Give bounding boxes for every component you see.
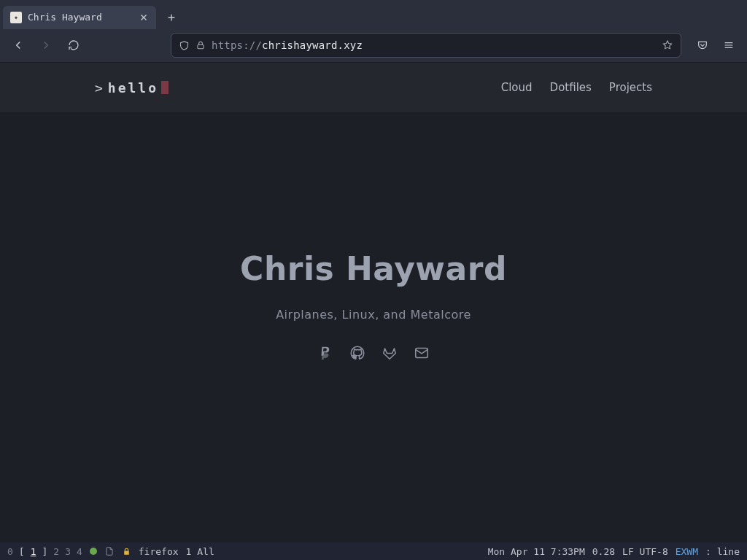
lock-icon[interactable]: [196, 40, 206, 50]
workspace-3[interactable]: 3: [65, 546, 71, 557]
email-icon[interactable]: [414, 345, 430, 361]
tagline: Airplanes, Linux, and Metalcore: [276, 308, 471, 322]
hero-section: Chris Hayward Airplanes, Linux, and Meta…: [0, 90, 747, 521]
url-text: https://chrishayward.xyz: [212, 39, 656, 51]
forward-button[interactable]: [35, 34, 57, 56]
back-button[interactable]: [7, 34, 29, 56]
svg-rect-0: [198, 45, 204, 49]
datetime: Mon Apr 11 7:33PM: [488, 546, 585, 557]
favicon-icon: ✦: [10, 12, 22, 23]
tab-strip: ✦ Chris Hayward: [0, 0, 747, 29]
pocket-button[interactable]: [692, 34, 713, 56]
workspace-4[interactable]: 4: [77, 546, 82, 557]
workspace-list: 0 [1] 2 3 4: [7, 546, 82, 557]
workspace-2[interactable]: 2: [53, 546, 59, 557]
paypal-icon[interactable]: [317, 345, 333, 361]
file-icon: [104, 546, 115, 556]
workspace-0[interactable]: 0: [7, 546, 13, 557]
status-dot-icon: [90, 548, 97, 555]
bookmark-star-icon[interactable]: [662, 39, 673, 51]
reload-button[interactable]: [63, 34, 85, 56]
minor-modes: : line: [705, 546, 740, 557]
emacs-modeline: 0 [1] 2 3 4 firefox 1 All Mon Apr 11 7:3…: [0, 542, 747, 560]
major-mode: EXWM: [676, 546, 698, 557]
page-title: Chris Hayward: [240, 250, 507, 287]
gitlab-icon[interactable]: [382, 345, 398, 361]
workspace-1[interactable]: 1: [31, 546, 36, 557]
load-average: 0.28: [592, 546, 615, 557]
readonly-lock-icon: [122, 547, 131, 556]
url-bar[interactable]: https://chrishayward.xyz: [171, 33, 681, 58]
new-tab-button[interactable]: [160, 7, 182, 28]
github-icon[interactable]: [349, 345, 365, 361]
buffer-position: 1 All: [186, 546, 214, 557]
modeline-right: Mon Apr 11 7:33PM 0.28 LF UTF-8 EXWM : l…: [488, 546, 740, 557]
browser-tab[interactable]: ✦ Chris Hayward: [3, 6, 156, 29]
shield-icon[interactable]: [179, 40, 190, 51]
tab-title: Chris Hayward: [28, 12, 133, 23]
buffer-name: firefox: [139, 546, 179, 557]
browser-toolbar: https://chrishayward.xyz: [0, 29, 747, 62]
page-content: > hello Cloud Dotfiles Projects Chris Ha…: [0, 63, 747, 542]
browser-chrome: ✦ Chris Hayward https://: [0, 0, 747, 63]
close-tab-icon[interactable]: [139, 12, 149, 23]
encoding: LF UTF-8: [622, 546, 668, 557]
social-links: [317, 345, 430, 361]
menu-button[interactable]: [718, 34, 740, 56]
